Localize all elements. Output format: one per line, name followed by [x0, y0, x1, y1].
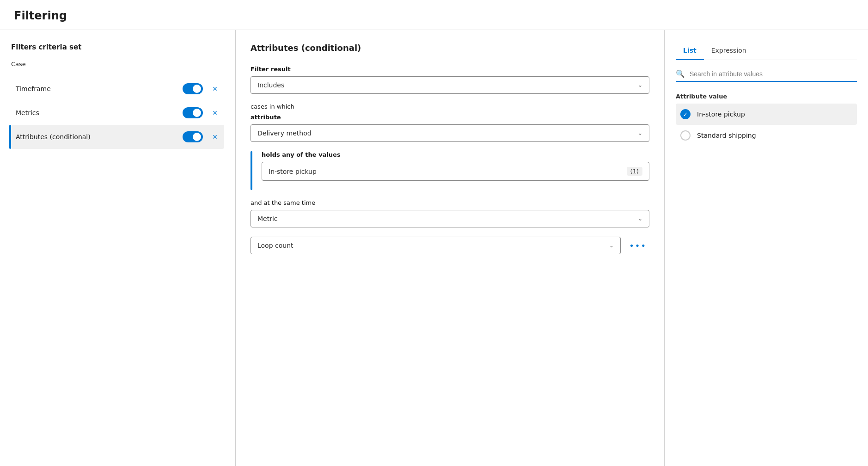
holds-value: In-store pickup: [269, 168, 317, 175]
attributes-label: Attributes (conditional): [16, 133, 183, 141]
loop-count-row: Loop count ⌄ •••: [251, 237, 649, 254]
loop-count-chevron-icon: ⌄: [609, 242, 614, 249]
and-same-time-label: and at the same time: [251, 199, 649, 206]
attr-item-standard-shipping[interactable]: Standard shipping: [676, 125, 857, 146]
attributes-toggle-wrapper: [183, 131, 203, 142]
metrics-toggle-wrapper: [183, 107, 203, 118]
tab-expression[interactable]: Expression: [704, 43, 754, 60]
holds-count: (1): [627, 167, 642, 176]
timeframe-toggle-slider: [183, 83, 203, 94]
timeframe-toggle[interactable]: [183, 83, 203, 94]
middle-panel: Attributes (conditional) Filter result I…: [236, 30, 665, 466]
holds-values-box[interactable]: In-store pickup (1): [262, 162, 649, 181]
metrics-toggle[interactable]: [183, 107, 203, 118]
timeframe-label: Timeframe: [16, 85, 183, 92]
attr-item-in-store-pickup[interactable]: ✓ In-store pickup: [676, 104, 857, 125]
tabs-row: List Expression: [676, 43, 857, 60]
attributes-close-icon[interactable]: ✕: [210, 131, 220, 142]
blue-bar-section: holds any of the values In-store pickup …: [251, 151, 649, 190]
middle-panel-title: Attributes (conditional): [251, 43, 649, 53]
main-layout: Filters criteria set Case Timeframe ✕ Me…: [0, 30, 868, 466]
attr-label-standard-shipping: Standard shipping: [697, 132, 756, 139]
timeframe-close-icon[interactable]: ✕: [210, 83, 220, 94]
metrics-toggle-slider: [183, 107, 203, 118]
attr-checkbox-selected: ✓: [680, 109, 691, 119]
loop-count-select[interactable]: Loop count ⌄: [251, 237, 621, 254]
active-bar: [9, 125, 11, 149]
search-icon: 🔍: [676, 69, 685, 78]
case-subtitle: Case: [11, 61, 224, 67]
attr-col-header: Attribute value: [676, 93, 857, 100]
blue-bar-content: holds any of the values In-store pickup …: [262, 151, 649, 190]
metric-chevron-icon: ⌄: [638, 215, 642, 222]
attributes-toggle[interactable]: [183, 131, 203, 142]
cases-in-which-label: cases in which: [251, 103, 649, 110]
search-input[interactable]: [690, 70, 857, 78]
filter-item-attributes[interactable]: Attributes (conditional) ✕: [11, 125, 224, 149]
right-panel: List Expression 🔍 Attribute value ✓ In-s…: [665, 30, 868, 466]
attr-label-in-store-pickup: In-store pickup: [697, 110, 745, 118]
attribute-select[interactable]: Delivery method ⌄: [251, 124, 649, 142]
filter-result-value: Includes: [257, 81, 284, 89]
page-wrapper: Filtering Filters criteria set Case Time…: [0, 0, 868, 466]
attr-circle-unselected: [680, 130, 691, 141]
metric-value: Metric: [257, 215, 278, 222]
attribute-chevron-icon: ⌄: [638, 130, 642, 136]
loop-count-value: Loop count: [257, 242, 293, 249]
filter-item-timeframe[interactable]: Timeframe ✕: [11, 77, 224, 101]
filter-result-label: Filter result: [251, 66, 649, 73]
blue-vertical-bar: [251, 151, 252, 190]
holds-label: holds any of the values: [262, 151, 649, 158]
filter-result-select[interactable]: Includes ⌄: [251, 76, 649, 94]
left-panel: Filters criteria set Case Timeframe ✕ Me…: [0, 30, 236, 466]
more-options-button[interactable]: •••: [626, 239, 649, 252]
filter-item-metrics[interactable]: Metrics ✕: [11, 101, 224, 125]
timeframe-toggle-wrapper: [183, 83, 203, 94]
search-row: 🔍: [676, 69, 857, 82]
metric-select[interactable]: Metric ⌄: [251, 210, 649, 227]
metrics-close-icon[interactable]: ✕: [210, 107, 220, 118]
attribute-value: Delivery method: [257, 129, 312, 137]
page-title: Filtering: [0, 0, 868, 30]
attributes-toggle-slider: [183, 131, 203, 142]
metrics-label: Metrics: [16, 109, 183, 116]
filter-result-chevron-icon: ⌄: [638, 82, 642, 88]
filters-criteria-title: Filters criteria set: [11, 43, 224, 51]
checkmark-icon: ✓: [683, 111, 688, 118]
attribute-label: attribute: [251, 114, 649, 121]
tab-list[interactable]: List: [676, 43, 704, 60]
